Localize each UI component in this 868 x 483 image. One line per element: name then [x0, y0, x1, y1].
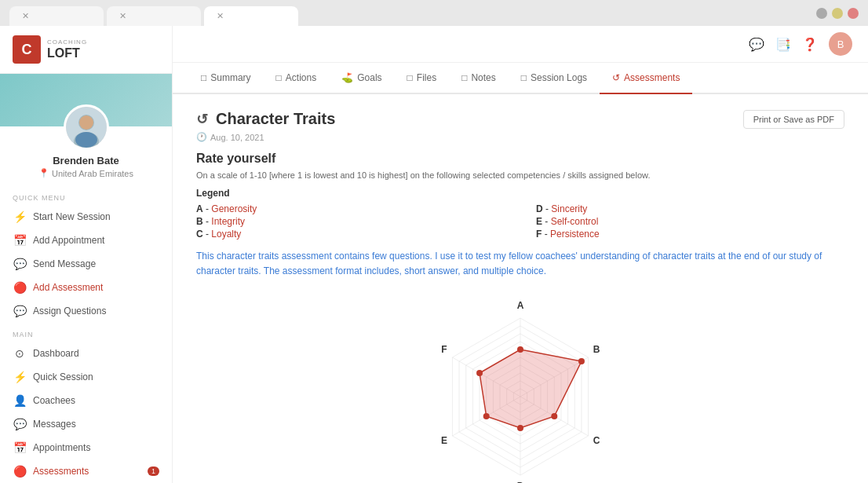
- actions-tab-icon: □: [276, 72, 282, 83]
- help-icon[interactable]: ❓: [802, 37, 818, 52]
- print-save-btn[interactable]: Print or Save as PDF: [743, 110, 844, 129]
- sidebar-label-send-message: Send Message: [33, 258, 96, 269]
- radar-chart-container: A B C D E F: [196, 295, 844, 483]
- assessment-header: ↺ Character Traits Print or Save as PDF: [196, 110, 844, 129]
- sidebar-item-assign-questions[interactable]: 💬 Assign Questions: [0, 299, 172, 323]
- sidebar-label-coachees: Coachees: [33, 395, 75, 406]
- logo-text: COACHING LOFT: [47, 39, 87, 60]
- minimize-dot[interactable]: [816, 8, 827, 19]
- svg-point-26: [483, 413, 490, 419]
- main-menu-label: MAIN: [0, 323, 172, 342]
- app-container: C COACHING LOFT Brenden Bate: [0, 26, 868, 483]
- tab-files[interactable]: □ Files: [395, 63, 450, 94]
- assessments-tab-icon: ↺: [612, 72, 620, 83]
- maximize-dot[interactable]: [832, 8, 843, 19]
- goals-tab-icon: ⛳: [341, 72, 353, 83]
- bookmark-icon[interactable]: 📑: [775, 37, 791, 52]
- actions-tab-label: Actions: [286, 72, 316, 83]
- quick-menu-label: QUICK MENU: [0, 186, 172, 205]
- summary-tab-label: Summary: [210, 72, 250, 83]
- files-tab-icon: □: [407, 72, 413, 83]
- legend-item-e: E - Self-control: [536, 216, 844, 227]
- user-info: Brenden Bate 📍 United Arab Emirates: [0, 150, 172, 186]
- legend-item-f: F - Persistence: [536, 229, 844, 240]
- browser-tab-1[interactable]: ✕: [9, 6, 104, 26]
- svg-point-3: [79, 115, 93, 130]
- tab-session-logs[interactable]: □ Session Logs: [509, 63, 600, 94]
- browser-chrome: ✕ ✕ ✕: [0, 0, 868, 26]
- svg-marker-21: [480, 349, 582, 428]
- sidebar-label-dashboard: Dashboard: [33, 348, 79, 359]
- assessment-icon: 🔴: [13, 281, 27, 294]
- assessment-title: Character Traits: [216, 110, 335, 128]
- sidebar-item-add-appointment[interactable]: 📅 Add Appointment: [0, 229, 172, 252]
- sidebar-item-start-new-session[interactable]: ⚡ Start New Session: [0, 205, 172, 229]
- svg-text:F: F: [441, 344, 447, 355]
- radar-grid: A B C D E F: [441, 300, 600, 483]
- legend-title: Legend: [196, 188, 844, 199]
- topbar: 💬 📑 ❓ B: [173, 26, 868, 63]
- session-logs-tab-label: Session Logs: [531, 72, 587, 83]
- appointments-icon: 📅: [13, 441, 27, 454]
- topbar-avatar[interactable]: B: [829, 32, 852, 56]
- tabs-container: □ Summary □ Actions ⛳ Goals □ Files □ No…: [173, 63, 868, 94]
- tab-assessments[interactable]: ↺ Assessments: [600, 63, 692, 94]
- tab-close-2[interactable]: ✕: [119, 11, 126, 21]
- svg-point-24: [551, 413, 557, 419]
- sidebar-item-add-assessment[interactable]: 🔴 Add Assessment: [0, 276, 172, 299]
- sidebar-header: C COACHING LOFT: [0, 26, 172, 74]
- close-dot[interactable]: [848, 8, 859, 19]
- user-avatar: [64, 104, 109, 150]
- browser-controls: [816, 8, 859, 19]
- goals-tab-label: Goals: [357, 72, 381, 83]
- browser-tab-2[interactable]: ✕: [107, 6, 201, 26]
- tab-notes[interactable]: □ Notes: [449, 63, 509, 94]
- tab-actions[interactable]: □ Actions: [264, 63, 330, 94]
- svg-point-27: [476, 370, 483, 376]
- sidebar-label-start-new-session: Start New Session: [33, 211, 111, 222]
- sidebar-label-quick-session: Quick Session: [33, 371, 93, 382]
- user-location: 📍 United Arab Emirates: [0, 168, 172, 178]
- sidebar-item-quick-session[interactable]: ⚡ Quick Session: [0, 365, 172, 389]
- sidebar-item-send-message[interactable]: 💬 Send Message: [0, 252, 172, 276]
- sidebar-item-coachees[interactable]: 👤 Coachees: [0, 389, 172, 412]
- sidebar-label-appointments: Appointments: [33, 442, 90, 453]
- tab-close-1[interactable]: ✕: [22, 11, 29, 21]
- svg-text:C: C: [593, 435, 600, 446]
- legend-item-d: D - Sincerity: [536, 203, 844, 214]
- tab-close-3[interactable]: ✕: [217, 11, 224, 21]
- messages-icon: 💬: [13, 418, 27, 430]
- tab-goals[interactable]: ⛳ Goals: [329, 63, 394, 94]
- logo-coaching: COACHING: [47, 39, 87, 46]
- logo-loft: LOFT: [47, 46, 87, 60]
- lightning-icon: ⚡: [13, 210, 27, 223]
- summary-tab-icon: □: [201, 72, 206, 83]
- assessments-badge: 1: [148, 467, 159, 476]
- character-traits-icon: ↺: [196, 111, 208, 128]
- svg-point-4: [75, 132, 97, 148]
- user-name: Brenden Bate: [0, 155, 172, 166]
- files-tab-label: Files: [417, 72, 436, 83]
- questions-icon: 💬: [13, 305, 27, 317]
- sidebar-item-appointments[interactable]: 📅 Appointments: [0, 436, 172, 459]
- chat-icon[interactable]: 💬: [749, 37, 764, 52]
- assessment-date: 🕐 Aug. 10, 2021: [196, 132, 844, 142]
- sidebar-item-assessments[interactable]: 🔴 Assessments 1: [0, 459, 172, 483]
- notes-tab-label: Notes: [471, 72, 495, 83]
- assessments-icon: 🔴: [13, 465, 27, 478]
- sidebar-item-dashboard[interactable]: ⊙ Dashboard: [0, 342, 172, 365]
- message-icon: 💬: [13, 258, 27, 270]
- sidebar-item-messages[interactable]: 💬 Messages: [0, 412, 172, 436]
- avatar-container: [0, 104, 172, 150]
- assessments-tab-label: Assessments: [624, 72, 680, 83]
- session-logs-tab-icon: □: [521, 72, 527, 83]
- legend-item-a: A - Generosity: [196, 203, 505, 214]
- location-icon: 📍: [38, 168, 49, 178]
- sidebar-label-add-appointment: Add Appointment: [33, 235, 104, 246]
- browser-tab-3[interactable]: ✕: [204, 6, 298, 26]
- legend-grid: A - Generosity D - Sincerity B - Integri…: [196, 203, 844, 240]
- svg-text:B: B: [593, 344, 600, 355]
- sidebar-label-add-assessment: Add Assessment: [33, 282, 103, 293]
- tab-summary[interactable]: □ Summary: [188, 63, 264, 94]
- rate-heading: Rate yourself: [196, 152, 844, 166]
